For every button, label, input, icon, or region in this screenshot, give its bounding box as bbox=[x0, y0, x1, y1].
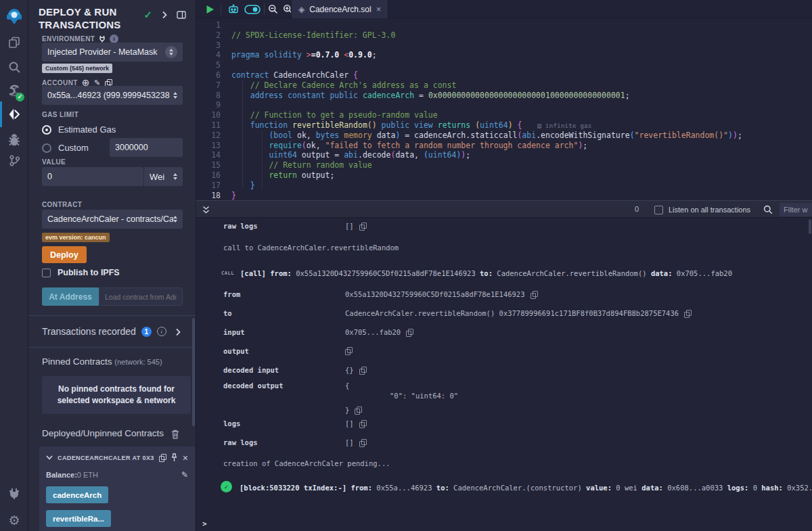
deploy-run-icon[interactable] bbox=[0, 103, 28, 126]
at-address-button[interactable]: At Address bbox=[42, 287, 99, 306]
settings-gear-icon[interactable]: ⚙ bbox=[0, 509, 28, 531]
code-line: 14 uint64 output = abi.decode(data, (uin… bbox=[196, 150, 812, 160]
ai-copilot-icon[interactable] bbox=[225, 0, 242, 18]
icon-sidebar: ✓ bbox=[0, 0, 28, 531]
code-line: 13 require(ok, "failed to fetch a random… bbox=[196, 141, 812, 151]
estimated-gas-option[interactable]: Estimated Gas bbox=[42, 124, 116, 135]
pinned-empty-message: No pinned contracts found for selected w… bbox=[42, 376, 191, 414]
editor-toolbar: ◈ CadenceArch.sol × bbox=[196, 0, 812, 18]
pin-contract-icon[interactable] bbox=[171, 453, 178, 462]
line-number: 1 bbox=[196, 20, 231, 30]
clear-contracts-trash-icon[interactable] bbox=[171, 430, 179, 439]
remix-ide: ✓ bbox=[0, 0, 812, 531]
line-number: 9 bbox=[196, 100, 231, 110]
file-explorer-icon[interactable] bbox=[0, 31, 28, 54]
pinned-contracts-title: Pinned Contracts (network: 545) bbox=[42, 356, 162, 367]
balance-value: 0 ETH bbox=[77, 471, 98, 479]
copy-icon[interactable] bbox=[684, 310, 691, 317]
collapse-contract-icon[interactable] bbox=[46, 455, 53, 460]
select-updown-icon bbox=[169, 49, 173, 55]
copy-account-icon[interactable] bbox=[105, 79, 112, 87]
contract-function-button[interactable]: revertibleRa... bbox=[46, 510, 111, 527]
at-address-input[interactable] bbox=[99, 287, 183, 306]
line-number: 18 bbox=[196, 191, 231, 201]
tx-success-icon: ✓ bbox=[221, 481, 232, 492]
code-line: 7 // Declare Cadence Arch's address as a… bbox=[196, 80, 812, 91]
deployed-contract-card: CADENCEARCHCALER AT 0X3 × Balance: 0 ETH… bbox=[39, 446, 195, 531]
select-updown-icon bbox=[173, 173, 177, 180]
line-number: 7 bbox=[196, 80, 231, 91]
terminal-header: 0 Listen on all transactions bbox=[196, 200, 812, 218]
line-number: 5 bbox=[196, 60, 231, 70]
estimated-gas-radio[interactable] bbox=[42, 125, 51, 135]
panel-check-icon: ✓ bbox=[143, 9, 152, 21]
main-area: ◈ CadenceArch.sol × 12// SPDX-License-Id… bbox=[196, 0, 812, 531]
listen-count: 0 bbox=[635, 205, 639, 213]
account-select[interactable]: 0x55a...46923 (999.9999453238 bbox=[42, 86, 183, 105]
transactions-recorded-row: Transactions recorded 1 i bbox=[42, 326, 166, 337]
terminal-scrollbar[interactable] bbox=[809, 219, 811, 234]
custom-gas-radio[interactable] bbox=[42, 143, 51, 153]
code-line: 12 (bool ok, bytes memory data) = cadenc… bbox=[196, 131, 812, 141]
terminal-expand-icon[interactable] bbox=[202, 205, 210, 217]
copy-icon[interactable] bbox=[359, 439, 366, 446]
listen-checkbox[interactable] bbox=[654, 206, 663, 214]
tab-cadencearch-sol[interactable]: ◈ CadenceArch.sol × bbox=[291, 0, 388, 18]
environment-select[interactable]: Injected Provider - MetaMask bbox=[42, 43, 183, 62]
edit-balance-icon[interactable]: ✎ bbox=[181, 470, 188, 480]
transactions-info-icon[interactable]: i bbox=[157, 327, 166, 336]
terminal[interactable]: raw logs[]call to CadenceArchCaler.rever… bbox=[196, 218, 812, 531]
run-script-icon[interactable] bbox=[202, 0, 218, 18]
panel-chevron-right-icon[interactable] bbox=[162, 11, 167, 19]
panel-scrollbar[interactable] bbox=[192, 318, 195, 426]
line-number: 11 bbox=[196, 120, 231, 131]
remix-logo-icon[interactable] bbox=[0, 5, 28, 28]
search-icon[interactable] bbox=[0, 55, 28, 78]
deployed-contracts-title: Deployed/Unpinned Contracts bbox=[42, 428, 164, 438]
line-number: 15 bbox=[196, 160, 231, 170]
publish-ipfs-checkbox[interactable] bbox=[42, 269, 51, 277]
line-number: 13 bbox=[196, 141, 231, 151]
tab-close-icon[interactable]: × bbox=[376, 4, 382, 14]
git-icon[interactable] bbox=[0, 149, 28, 172]
code-line: 3 bbox=[196, 41, 812, 51]
balance-label: Balance: bbox=[46, 471, 77, 479]
deploy-button[interactable]: Deploy bbox=[42, 246, 87, 263]
line-number: 14 bbox=[196, 150, 231, 160]
custom-gas-option[interactable]: Custom bbox=[42, 143, 89, 153]
line-number: 4 bbox=[196, 50, 231, 60]
copy-icon[interactable] bbox=[531, 291, 537, 298]
terminal-search-icon[interactable] bbox=[763, 205, 773, 217]
copy-address-icon[interactable] bbox=[159, 454, 166, 461]
copy-icon[interactable] bbox=[406, 329, 413, 336]
custom-gas-input[interactable] bbox=[110, 138, 183, 157]
contract-function-button[interactable]: cadenceArch bbox=[46, 486, 108, 503]
code-line: 11 function revertibleRandom() public vi… bbox=[196, 120, 812, 131]
publish-ipfs-option[interactable]: Publish to IPFS bbox=[42, 268, 120, 277]
panel-layout-icon[interactable] bbox=[177, 11, 186, 19]
code-editor[interactable]: 12// SPDX-License-Identifier: GPL-3.034p… bbox=[196, 18, 812, 200]
value-input[interactable] bbox=[42, 167, 143, 186]
terminal-filter-input[interactable] bbox=[780, 203, 812, 216]
debugger-icon[interactable] bbox=[0, 129, 28, 152]
select-updown-icon bbox=[173, 216, 177, 223]
code-line: 4pragma solidity >=0.7.0 <0.9.0; bbox=[196, 50, 812, 60]
code-line: 5 bbox=[196, 60, 812, 70]
value-unit-select[interactable]: Wei bbox=[143, 167, 183, 186]
solidity-compiler-icon[interactable]: ✓ bbox=[0, 79, 28, 102]
contract-select[interactable]: CadenceArchCaler - contracts/Cac bbox=[42, 210, 183, 229]
transactions-expand-icon[interactable] bbox=[175, 328, 181, 336]
fork-state-icon[interactable] bbox=[99, 35, 106, 43]
copy-icon[interactable] bbox=[355, 407, 361, 414]
plugin-manager-icon[interactable] bbox=[0, 482, 28, 505]
remove-contract-icon[interactable]: × bbox=[183, 455, 188, 461]
copilot-toggle-icon[interactable] bbox=[242, 0, 263, 18]
copy-icon[interactable] bbox=[359, 420, 366, 428]
copy-icon[interactable] bbox=[359, 223, 366, 230]
line-number: 2 bbox=[196, 30, 231, 41]
code-line: 6contract CadenceArchCaler { bbox=[196, 70, 812, 80]
copy-icon[interactable] bbox=[359, 367, 366, 374]
zoom-out-icon[interactable] bbox=[265, 0, 280, 18]
panel-title: DEPLOY & RUN TRANSACTIONS bbox=[39, 5, 121, 31]
copy-icon[interactable] bbox=[345, 347, 352, 354]
